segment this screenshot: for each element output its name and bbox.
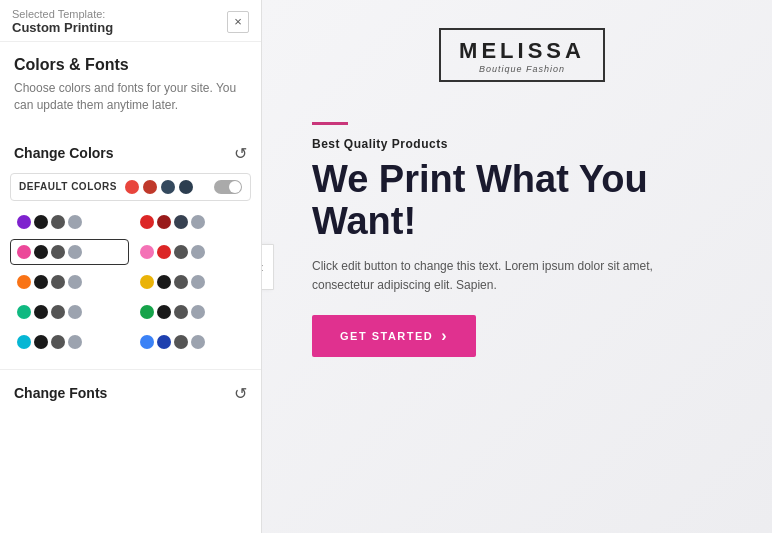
dot: [51, 245, 65, 259]
close-button[interactable]: ×: [227, 11, 249, 33]
dot: [157, 275, 171, 289]
dot: [51, 275, 65, 289]
template-header: Selected Template: Custom Printing ×: [0, 0, 261, 42]
toggle-knob: [229, 181, 241, 193]
two-col-color-rows: [0, 209, 261, 355]
dot: [174, 215, 188, 229]
dot: [174, 335, 188, 349]
dot: [68, 305, 82, 319]
accent-line: [312, 122, 348, 125]
dot: [17, 275, 31, 289]
colors-fonts-title: Colors & Fonts: [14, 56, 247, 74]
default-colors-label: DEFAULT COLORS: [19, 181, 117, 192]
dot: [68, 215, 82, 229]
colors-fonts-section: Colors & Fonts Choose colors and fonts f…: [0, 42, 261, 130]
color-rows: DEFAULT COLORS: [0, 173, 261, 205]
color-row-light-pink[interactable]: [133, 239, 252, 265]
color-row-purple[interactable]: [10, 209, 129, 235]
dot: [174, 305, 188, 319]
cta-label: GET STARTED: [340, 330, 433, 342]
color-dot-2: [143, 180, 157, 194]
dot: [157, 215, 171, 229]
dot: [140, 275, 154, 289]
default-toggle[interactable]: [214, 180, 242, 194]
hero-tagline: Best Quality Products: [312, 137, 712, 151]
dot: [157, 305, 171, 319]
color-row-yellow[interactable]: [133, 269, 252, 295]
dot: [34, 245, 48, 259]
dot: [34, 275, 48, 289]
divider: [0, 369, 261, 370]
cta-arrow-icon: ›: [441, 327, 448, 345]
dot: [157, 245, 171, 259]
dot: [34, 305, 48, 319]
color-row-blue[interactable]: [133, 329, 252, 355]
hero-title: We Print What You Want!: [312, 159, 712, 243]
color-row-teal[interactable]: [10, 299, 129, 325]
cta-button[interactable]: GET STARTED ›: [312, 315, 476, 357]
dot: [140, 335, 154, 349]
preview-area: ‹ MELISSA Boutique Fashion Best Quality …: [262, 0, 772, 533]
dot: [51, 335, 65, 349]
template-info: Selected Template: Custom Printing: [12, 8, 113, 35]
dot: [68, 335, 82, 349]
dot: [17, 245, 31, 259]
dot: [191, 305, 205, 319]
change-fonts-section: Change Fonts ↺: [0, 384, 261, 403]
dot: [191, 335, 205, 349]
section-header: Change Colors ↺: [14, 144, 247, 163]
refresh-icon[interactable]: ↺: [234, 144, 247, 163]
dot: [157, 335, 171, 349]
hero-desc: Click edit button to change this text. L…: [312, 257, 712, 295]
color-dot-1: [125, 180, 139, 194]
fonts-refresh-icon[interactable]: ↺: [234, 384, 247, 403]
color-row-orange[interactable]: [10, 269, 129, 295]
dot: [68, 245, 82, 259]
dot: [51, 215, 65, 229]
dot: [34, 215, 48, 229]
change-colors-header: Change Colors ↺: [0, 130, 261, 173]
dot: [17, 305, 31, 319]
brand-logo: MELISSA Boutique Fashion: [439, 28, 605, 82]
dot: [191, 275, 205, 289]
brand-subtitle: Boutique Fashion: [459, 64, 585, 74]
dot: [68, 275, 82, 289]
left-panel: Selected Template: Custom Printing × Col…: [0, 0, 262, 533]
color-dot-3: [161, 180, 175, 194]
colors-fonts-desc: Choose colors and fonts for your site. Y…: [14, 80, 247, 114]
selected-template-name: Custom Printing: [12, 20, 113, 35]
right-panel: ‹ MELISSA Boutique Fashion Best Quality …: [262, 0, 772, 533]
change-fonts-label: Change Fonts: [14, 385, 107, 401]
change-colors-label: Change Colors: [14, 145, 114, 161]
default-color-row[interactable]: DEFAULT COLORS: [10, 173, 251, 201]
color-dot-4: [179, 180, 193, 194]
dot: [174, 245, 188, 259]
dot: [51, 305, 65, 319]
dot: [140, 245, 154, 259]
color-row-red[interactable]: [133, 209, 252, 235]
color-row-green[interactable]: [133, 299, 252, 325]
dot: [140, 215, 154, 229]
selected-template-label: Selected Template:: [12, 8, 113, 20]
dot: [191, 215, 205, 229]
dot: [174, 275, 188, 289]
hero-content: Best Quality Products We Print What You …: [312, 122, 712, 357]
dot: [17, 335, 31, 349]
color-row-cyan[interactable]: [10, 329, 129, 355]
dot: [34, 335, 48, 349]
dot: [191, 245, 205, 259]
collapse-arrow[interactable]: ‹: [262, 244, 274, 290]
dot: [140, 305, 154, 319]
dot: [17, 215, 31, 229]
brand-name: MELISSA: [459, 38, 585, 64]
color-row-pink-selected[interactable]: [10, 239, 129, 265]
